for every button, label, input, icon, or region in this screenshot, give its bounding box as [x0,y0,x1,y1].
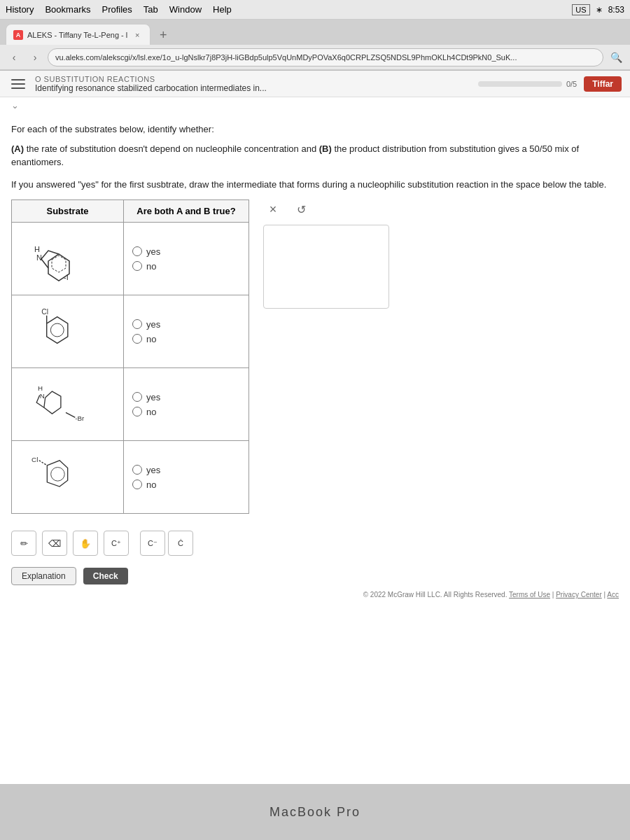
user-btn[interactable]: Tiffar [584,76,622,92]
copyright-bar: © 2022 McGraw Hill LLC. All Rights Reser… [11,591,619,598]
svg-point-16 [51,468,65,482]
country-indicator: US [572,4,589,15]
svg-line-11 [66,412,75,417]
url-input[interactable]: vu.aleks.com/alekscgi/x/lsl.exe/1o_u-lgN… [48,48,603,66]
hamburger-line-3 [11,88,25,89]
browser-chrome: A ALEKS - Tiffany Te-L-Peng - l × + ‹ › … [0,20,630,71]
substrate-table: Substrate Are both A and B true? [11,200,249,514]
menu-bar-left: History Bookmarks Profiles Tab Window He… [6,4,232,15]
explanation-btn[interactable]: Explanation [11,567,76,585]
hand-tool-btn[interactable]: ✋ [73,531,98,556]
svg-text:N: N [40,392,45,400]
radio-yes-2[interactable]: yes [132,319,240,330]
menu-history[interactable]: History [6,4,34,15]
menu-bar-right: US ∗ 8:53 [572,4,624,15]
address-bar: ‹ › vu.aleks.com/alekscgi/x/lsl.exe/1o_u… [0,45,630,70]
chevron-down-icon[interactable]: ⌄ [11,100,22,111]
macbook-bottom-bar: MacBook Pro [0,784,630,840]
radio-yes-4[interactable]: yes [132,465,240,475]
menu-profiles[interactable]: Profiles [102,4,132,15]
check-btn[interactable]: Check [83,568,128,584]
radio-no-label-4: no [146,479,156,490]
radio-no-2[interactable]: no [132,334,240,344]
footer-btns: Explanation Check [11,567,619,585]
radio-yes-1[interactable]: yes [132,246,240,257]
clear-btn[interactable]: × [263,200,283,219]
progress-container: 0/5 [478,80,577,88]
radio-circle-yes-1 [132,246,142,256]
eraser-tool-btn[interactable]: ⌫ [42,531,67,556]
answer-cell-4: yes no [123,441,248,514]
radio-group-3: yes no [132,392,240,417]
tab-favicon: A [13,30,23,40]
active-tab[interactable]: A ALEKS - Tiffany Te-L-Peng - l × [6,24,150,45]
radio-circle-yes-2 [132,319,142,329]
cplus-tool-btn[interactable]: C⁺ [104,531,129,556]
privacy-link[interactable]: Privacy Center [556,591,602,598]
bluetooth-icon: ∗ [596,5,603,15]
question-main-row: Substrate Are both A and B true? [11,200,619,522]
svg-line-14 [39,461,48,465]
undo-btn[interactable]: ↺ [291,200,311,219]
answer-cell-1: yes no [123,223,248,295]
part-a-label: (A) [11,144,24,154]
radio-circle-no-2 [132,334,142,344]
question-intro: For each of the substrates below, identi… [11,122,619,136]
progress-bar [478,81,562,87]
hamburger-menu-btn[interactable] [8,74,28,94]
menu-bar: History Bookmarks Profiles Tab Window He… [0,0,630,20]
radio-circle-no-4 [132,479,142,489]
section-info: O SUBSTITUTION REACTIONS Identifying res… [35,75,267,93]
radio-no-4[interactable]: no [132,479,240,490]
drawing-controls-row: × ↺ [263,200,389,219]
progress-text: 0/5 [566,80,577,88]
radio-circle-no-3 [132,407,142,416]
menu-tab[interactable]: Tab [144,4,158,15]
substrate-cell-2: Cl [12,295,124,368]
hamburger-line-2 [11,83,25,85]
radio-circle-no-1 [132,261,142,271]
tab-bar: A ALEKS - Tiffany Te-L-Peng - l × + [0,20,630,45]
radio-no-1[interactable]: no [132,261,240,272]
table-row: Cl [12,441,249,514]
back-btn[interactable]: ‹ [6,49,22,66]
svg-marker-4 [52,255,66,272]
time-display: 8:53 [608,5,624,15]
drawing-canvas[interactable] [263,225,389,309]
svg-text:H: H [38,384,43,392]
menu-window[interactable]: Window [169,4,202,15]
tab-close-btn[interactable]: × [132,29,143,41]
radio-group-2: yes no [132,319,240,344]
acc-link[interactable]: Acc [607,591,619,598]
search-icon[interactable]: 🔍 [608,49,624,66]
radio-yes-label-3: yes [146,392,160,402]
menu-help[interactable]: Help [213,4,232,15]
macbook-frame: History Bookmarks Profiles Tab Window He… [0,0,630,840]
col-header-substrate: Substrate [12,200,124,223]
col-header-answer: Are both A and B true? [123,200,248,223]
radio-yes-3[interactable]: yes [132,392,240,402]
hamburger-line-1 [11,79,25,80]
table-row: H N -Br [12,368,249,441]
terms-link[interactable]: Terms of Use [509,591,550,598]
svg-text:Cl: Cl [41,308,48,316]
screen-area: History Bookmarks Profiles Tab Window He… [0,0,630,784]
radio-circle-yes-3 [132,392,142,402]
cdot-btn[interactable]: Ċ [168,531,193,556]
forward-btn[interactable]: › [27,49,43,66]
radio-no-3[interactable]: no [132,407,240,417]
radio-yes-label-2: yes [146,319,160,330]
svg-text:-Br: -Br [75,414,85,422]
radio-yes-label-1: yes [146,246,160,257]
page-content: O SUBSTITUTION REACTIONS Identifying res… [0,71,630,785]
question-instruction: If you answered "yes" for the first susb… [11,178,619,192]
radio-no-label-3: no [146,407,156,417]
pencil-tool-btn[interactable]: ✏ [11,531,36,556]
menu-bookmarks[interactable]: Bookmarks [45,4,90,15]
radio-group-1: yes no [132,246,240,272]
table-row: Cl [12,295,249,368]
new-tab-btn[interactable]: + [153,25,173,45]
cminus-btn[interactable]: C⁻ [140,531,165,556]
answer-cell-2: yes no [123,295,248,368]
radio-no-label-2: no [146,334,156,344]
